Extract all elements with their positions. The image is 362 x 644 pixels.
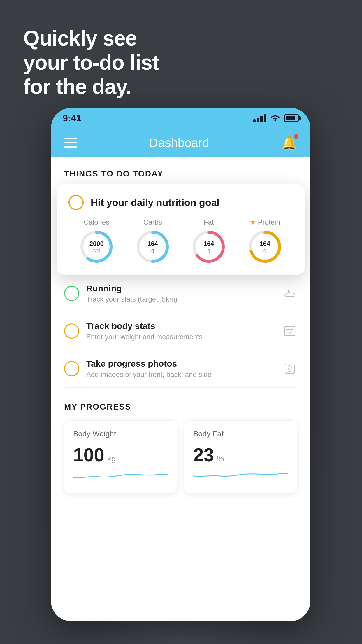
progress-section: MY PROGRESS Body Weight 100 kg [51, 388, 310, 505]
star-icon: ★ [250, 218, 256, 226]
wifi-icon [270, 114, 280, 122]
nav-title: Dashboard [149, 136, 209, 150]
battery-icon [284, 114, 299, 122]
ring-protein-label: Protein [258, 218, 280, 226]
svg-rect-9 [284, 326, 295, 336]
status-icons [253, 114, 299, 122]
progress-header: MY PROGRESS [64, 402, 297, 412]
body-fat-unit: % [217, 454, 224, 463]
body-stats-circle-icon [64, 323, 79, 339]
photos-subtitle: Add images of your front, back, and side [86, 370, 275, 379]
ring-calories-label: Calories [84, 218, 109, 226]
body-fat-sparkline [193, 466, 288, 483]
running-text: Running Track your stats (target: 5km) [86, 284, 275, 303]
ring-fat: Fat 164 g [191, 218, 226, 264]
body-fat-value-row: 23 % [193, 444, 288, 466]
scale-icon [282, 323, 297, 339]
running-subtitle: Track your stats (target: 5km) [86, 295, 275, 303]
bell-notification-icon[interactable]: 🔔 [281, 135, 297, 150]
content-area: THINGS TO DO TODAY Hit your daily nutrit… [51, 158, 310, 621]
todo-item-photos[interactable]: Take progress photos Add images of your … [64, 350, 297, 388]
ring-calories-unit: cal [89, 248, 104, 254]
signal-bars-icon [253, 114, 266, 122]
body-fat-number: 23 [193, 444, 214, 466]
body-weight-unit: kg [107, 454, 116, 463]
svg-point-0 [275, 120, 276, 122]
things-to-do-header: THINGS TO DO TODAY [51, 158, 310, 184]
svg-point-11 [288, 366, 291, 369]
photos-title: Take progress photos [86, 359, 275, 369]
phone-body: Hit your daily nutrition goal Calories [51, 184, 310, 514]
shoe-icon [282, 286, 297, 301]
todo-list: Running Track your stats (target: 5km) [51, 275, 310, 388]
ring-calories-value: 2000 [89, 240, 104, 248]
ring-fat-unit: g [203, 248, 214, 254]
ring-protein-container: 164 g [247, 229, 282, 264]
photos-circle-icon [64, 361, 79, 376]
running-circle-icon [64, 286, 79, 301]
body-fat-title: Body Fat [193, 429, 288, 438]
body-stats-text: Track body stats Enter your weight and m… [86, 321, 275, 341]
body-weight-value-row: 100 kg [73, 444, 168, 466]
status-time: 9:41 [63, 113, 81, 124]
ring-protein-label-row: ★ Protein [250, 218, 280, 226]
ring-fat-container: 164 g [191, 229, 226, 264]
ring-carbs-unit: g [147, 248, 158, 254]
ring-fat-value: 164 [203, 240, 214, 248]
ring-calories: Calories 2000 cal [79, 218, 114, 264]
person-photo-icon [282, 361, 297, 376]
status-bar: 9:41 [51, 108, 310, 128]
ring-calories-container: 2000 cal [79, 229, 114, 264]
hamburger-menu-icon[interactable] [64, 138, 77, 148]
headline-text: Quickly see your to-do list for the day. [23, 26, 159, 99]
body-stats-subtitle: Enter your weight and measurements [86, 333, 275, 341]
running-title: Running [86, 284, 275, 293]
ring-carbs-value: 164 [147, 240, 158, 248]
nutrition-rings: Calories 2000 cal [68, 218, 293, 264]
ring-fat-label: Fat [204, 218, 214, 226]
nav-bar: Dashboard 🔔 [51, 128, 310, 158]
ring-carbs-label: Carbs [143, 218, 162, 226]
body-weight-sparkline [73, 466, 168, 483]
body-weight-card[interactable]: Body Weight 100 kg [64, 420, 177, 494]
photos-text: Take progress photos Add images of your … [86, 359, 275, 379]
ring-protein-unit: g [259, 248, 270, 254]
ring-protein-value: 164 [259, 240, 270, 248]
unchecked-circle-icon[interactable] [68, 195, 84, 210]
phone-frame: 9:41 [51, 108, 310, 621]
body-weight-number: 100 [73, 444, 104, 466]
nutrition-card: Hit your daily nutrition goal Calories [57, 184, 305, 275]
ring-carbs-container: 164 g [135, 229, 170, 264]
progress-cards: Body Weight 100 kg Body Fat [64, 420, 297, 494]
body-stats-title: Track body stats [86, 321, 275, 331]
todo-item-body-stats[interactable]: Track body stats Enter your weight and m… [64, 312, 297, 350]
body-weight-title: Body Weight [73, 429, 168, 438]
ring-carbs: Carbs 164 g [135, 218, 170, 264]
body-fat-card[interactable]: Body Fat 23 % [184, 420, 297, 494]
nutrition-card-title: Hit your daily nutrition goal [91, 197, 219, 208]
todo-item-running[interactable]: Running Track your stats (target: 5km) [64, 275, 297, 312]
nutrition-card-header: Hit your daily nutrition goal [68, 195, 293, 210]
ring-protein: ★ Protein 164 g [247, 218, 282, 264]
